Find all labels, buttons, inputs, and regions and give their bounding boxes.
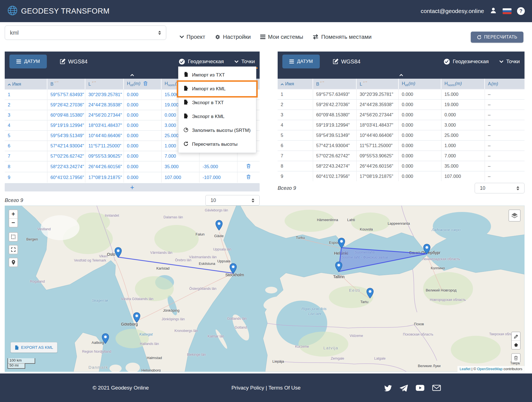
- zoom-out-button[interactable]: −: [9, 218, 17, 227]
- cell[interactable]: 3: [5, 110, 47, 120]
- cell[interactable]: 19.000: [441, 99, 485, 109]
- menu-item-Импорт из TXT[interactable]: Импорт из TXT: [178, 68, 256, 82]
- cell[interactable]: 0.000: [399, 130, 441, 140]
- cell[interactable]: 0.000: [124, 172, 162, 183]
- osm-link[interactable]: OpenStreetMap: [477, 367, 503, 371]
- person-icon[interactable]: [490, 7, 497, 16]
- cell[interactable]: 59°57'57.63493": [47, 89, 85, 99]
- format-select[interactable]: kml: [5, 25, 166, 40]
- cell[interactable]: 24°44'28.35938": [85, 99, 124, 110]
- cell[interactable]: 6: [5, 140, 47, 151]
- cell[interactable]: –: [485, 130, 525, 140]
- contact-email[interactable]: contact@geodesy.online: [421, 8, 484, 14]
- cell[interactable]: –: [485, 150, 525, 161]
- cell[interactable]: 5: [278, 130, 313, 140]
- cell[interactable]: 5: [5, 130, 47, 140]
- map[interactable]: InnlandetVestlandBergenGävleborgs länDal…: [5, 206, 525, 372]
- map-marker-Aalborg[interactable]: [102, 333, 109, 345]
- cell[interactable]: 4: [278, 120, 313, 130]
- datum-button[interactable]: ДАТУМ: [282, 55, 320, 68]
- cell[interactable]: 59°57'57.63493": [313, 89, 357, 99]
- cell[interactable]: -35.000: [200, 161, 237, 172]
- cell[interactable]: 11°57'11.25000": [85, 140, 124, 151]
- cell[interactable]: 0.000: [399, 161, 441, 171]
- email-icon[interactable]: [432, 385, 441, 391]
- cell[interactable]: 59°26'42.27036": [47, 99, 85, 110]
- map-marker-Helsinki[interactable]: [338, 238, 345, 249]
- layers-control[interactable]: [508, 209, 521, 222]
- cell[interactable]: 18°03'41.48437": [85, 120, 124, 130]
- cell[interactable]: 09°55'53.90625": [357, 150, 399, 161]
- collapse-table-button[interactable]: [278, 71, 525, 79]
- cell[interactable]: 35.000: [441, 161, 485, 171]
- map-marker-Oslo[interactable]: [114, 247, 122, 259]
- cell[interactable]: 1.000: [441, 140, 485, 150]
- cell[interactable]: 107.000: [162, 172, 200, 183]
- cell[interactable]: 107.000: [441, 171, 485, 181]
- cell[interactable]: 59°19'19.12994": [47, 120, 85, 130]
- cell[interactable]: 24°56'20.27344": [357, 109, 399, 120]
- cell[interactable]: 09°55'53.90625": [85, 151, 124, 161]
- add-point-button[interactable]: +: [5, 183, 260, 191]
- settings-menu[interactable]: Настройки: [215, 34, 251, 40]
- cell[interactable]: 2: [278, 99, 313, 109]
- cell[interactable]: 24°44'28.35938": [357, 99, 399, 109]
- cell[interactable]: 17°08'19.21875": [357, 171, 399, 181]
- telegram-icon[interactable]: [400, 384, 408, 391]
- column-header-Имя[interactable]: Имя: [5, 79, 47, 89]
- marker-control[interactable]: [9, 258, 18, 267]
- cell[interactable]: 59°19'19.12994": [313, 120, 357, 130]
- cell[interactable]: 10°44'40.66406": [85, 130, 124, 140]
- cell[interactable]: 8: [278, 161, 313, 171]
- cell[interactable]: 59°54'39.51349": [47, 130, 85, 140]
- swap-sides-button[interactable]: Поменять местами: [313, 34, 372, 40]
- zoom-in-button[interactable]: +: [9, 210, 17, 218]
- cell[interactable]: –: [485, 99, 525, 109]
- cell[interactable]: 30°20'39.25781": [85, 89, 124, 99]
- box-select-control[interactable]: [9, 232, 18, 242]
- cell[interactable]: 24°56'20.27344": [85, 110, 124, 120]
- points-dropdown[interactable]: Точки: [499, 58, 520, 65]
- cell[interactable]: 4: [5, 120, 47, 130]
- cell[interactable]: 30°20'39.25781": [357, 89, 399, 99]
- cell[interactable]: 7.000: [441, 150, 485, 161]
- draw-line-button[interactable]: [512, 332, 520, 340]
- cell[interactable]: –: [485, 109, 525, 120]
- map-marker-Stockholm[interactable]: [229, 263, 237, 275]
- cell[interactable]: 60°41'02.17956": [47, 172, 85, 183]
- cell[interactable]: 0.000: [441, 109, 485, 120]
- cell[interactable]: 0.000: [399, 171, 441, 181]
- cell[interactable]: 35.000: [162, 161, 200, 172]
- menu-item-Экспорт в KML[interactable]: Экспорт в KML: [178, 110, 256, 124]
- map-marker-Tartu[interactable]: [366, 288, 374, 299]
- cell[interactable]: 0.000: [399, 150, 441, 161]
- my-systems-menu[interactable]: Мои системы: [260, 34, 303, 40]
- map-marker-Gävle[interactable]: [215, 220, 223, 232]
- cell[interactable]: –: [485, 120, 525, 130]
- cell[interactable]: –: [485, 171, 525, 181]
- cell[interactable]: –: [485, 140, 525, 150]
- menu-item-Пересчитать высоты[interactable]: Пересчитать высоты: [178, 137, 256, 151]
- menu-item-Экспорт в TXT[interactable]: Экспорт в TXT: [178, 96, 256, 110]
- cell[interactable]: 59°54'39.51349": [313, 130, 357, 140]
- cell[interactable]: 0.000: [124, 130, 162, 140]
- cell[interactable]: 7: [5, 151, 47, 161]
- export-kml-button[interactable]: EXPORT AS KML: [11, 342, 57, 353]
- cell[interactable]: 57°02'26.62742": [313, 150, 357, 161]
- cell[interactable]: 18°03'41.48437": [357, 120, 399, 130]
- cell[interactable]: 0.000: [124, 161, 162, 172]
- ellipsoid-link[interactable]: WGS84: [60, 58, 88, 65]
- cell[interactable]: 0.000: [124, 140, 162, 151]
- cell[interactable]: 57°42'14.93004": [313, 140, 357, 150]
- cell[interactable]: 0.000: [399, 140, 441, 150]
- cell[interactable]: 3.000: [441, 120, 485, 130]
- page-size-select[interactable]: 10: [205, 195, 260, 206]
- page-size-select[interactable]: 10: [475, 183, 525, 193]
- cell[interactable]: -107.000: [200, 172, 237, 183]
- cell[interactable]: 3: [278, 109, 313, 120]
- datum-button[interactable]: ДАТУМ: [9, 55, 47, 68]
- cell[interactable]: 26°44'26.60156": [85, 161, 124, 172]
- cell[interactable]: 1: [278, 89, 313, 99]
- leaflet-link[interactable]: Leaflet: [460, 367, 470, 371]
- map-marker-Göteborg[interactable]: [133, 312, 140, 324]
